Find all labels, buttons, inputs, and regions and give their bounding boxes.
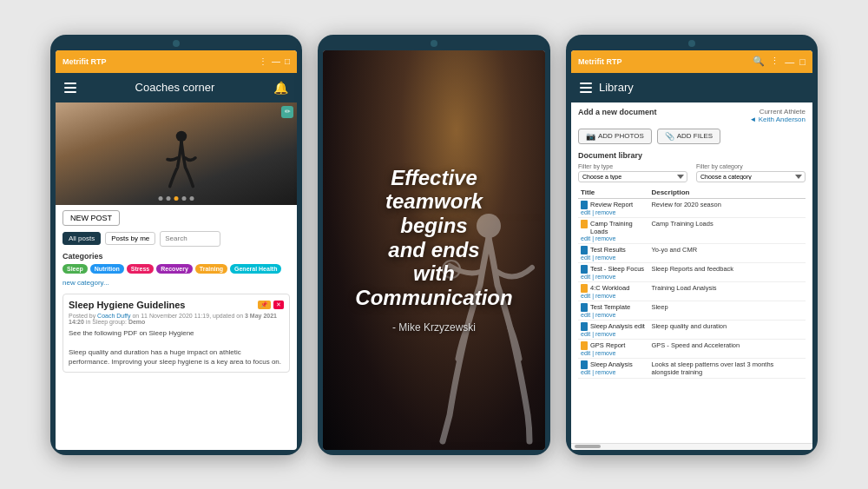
doc-actions[interactable]: edit | remove bbox=[581, 350, 646, 356]
doc-name-row: 4:C Workload bbox=[581, 284, 646, 293]
doc-actions[interactable]: edit | remove bbox=[581, 209, 646, 215]
notification-bell-icon[interactable]: 🔔 bbox=[273, 81, 288, 95]
new-category-link[interactable]: new category... bbox=[62, 279, 290, 287]
right-topbar: Metrifit RTP 🔍 ⋮ — □ bbox=[571, 50, 812, 73]
doc-name-row: Sleep Analysis edit bbox=[581, 322, 646, 331]
doc-name: GPS Report bbox=[590, 341, 625, 349]
runner-silhouette-icon bbox=[155, 129, 207, 198]
categories-label: Categories bbox=[62, 252, 290, 261]
minimize-icon[interactable]: — bbox=[272, 56, 280, 66]
right-header-left: Library bbox=[580, 81, 634, 94]
doc-actions[interactable]: edit | remove bbox=[581, 312, 646, 318]
minimize-icon[interactable]: — bbox=[785, 56, 794, 67]
cat-recovery[interactable]: Recovery bbox=[156, 264, 193, 274]
filter-type-label: Filter by type bbox=[578, 163, 687, 169]
left-topbar-icons: ⋮ — □ bbox=[259, 56, 290, 66]
scrollbar-thumb[interactable] bbox=[575, 445, 601, 448]
quote-text: Effective teamwork begins and ends with … bbox=[355, 166, 512, 310]
delete-badge[interactable]: ✕ bbox=[273, 301, 284, 309]
left-app-title: Metrifit RTP bbox=[62, 57, 107, 66]
cat-general-health[interactable]: General Health bbox=[230, 264, 281, 274]
post-meta: Posted by Coach Duffy on 11 November 202… bbox=[69, 313, 284, 325]
add-doc-section: Add a new document Current Athlete ◄ Kei… bbox=[578, 108, 806, 123]
add-doc-label: Add a new document bbox=[578, 108, 657, 116]
carousel-dot[interactable] bbox=[190, 196, 194, 201]
doc-file-icon bbox=[581, 265, 588, 274]
left-topbar: Metrifit RTP ⋮ — □ bbox=[56, 50, 297, 73]
carousel-dot[interactable] bbox=[182, 196, 187, 201]
doc-title-cell: Test - Sleep Focus edit | remove bbox=[578, 262, 648, 281]
right-app-title: Metrifit RTP bbox=[578, 57, 622, 66]
current-athlete-label: Current Athlete bbox=[750, 108, 806, 116]
doc-title-cell: Camp Training Loads edit | remove bbox=[578, 217, 648, 243]
filter-row: All posts Posts by me bbox=[62, 231, 290, 247]
doc-actions[interactable]: edit | remove bbox=[581, 274, 646, 280]
right-header-title: Library bbox=[599, 81, 634, 94]
doc-name-row: Sleep Analysis bbox=[581, 360, 646, 369]
carousel-dot[interactable] bbox=[159, 196, 163, 201]
add-photos-button[interactable]: 📷 ADD PHOTOS bbox=[578, 129, 652, 144]
doc-actions[interactable]: edit | remove bbox=[581, 331, 646, 337]
filter-type-select[interactable]: Choose a type bbox=[578, 171, 687, 182]
doc-library-label: Document library bbox=[578, 151, 806, 160]
doc-actions[interactable]: edit | remove bbox=[581, 369, 646, 375]
upload-buttons: 📷 ADD PHOTOS 📎 ADD FILES bbox=[578, 129, 806, 144]
close-icon[interactable]: □ bbox=[285, 56, 290, 66]
doc-actions[interactable]: edit | remove bbox=[581, 293, 646, 299]
posts-by-me-filter[interactable]: Posts by me bbox=[105, 232, 155, 245]
search-icon[interactable]: 🔍 bbox=[753, 56, 765, 67]
scrollbar-area bbox=[571, 443, 812, 450]
carousel-dot[interactable] bbox=[167, 196, 171, 201]
hamburger-menu[interactable] bbox=[64, 83, 76, 93]
doc-name-row: Test Template bbox=[581, 303, 646, 312]
svg-point-0 bbox=[176, 130, 187, 141]
doc-description-cell: GPS - Speed and Acceleration bbox=[648, 339, 806, 358]
doc-name: Test Template bbox=[590, 303, 630, 311]
filter-row-lib: Filter by type Choose a type Filter by c… bbox=[578, 163, 806, 182]
athlete-name-link[interactable]: ◄ Keith Anderson bbox=[750, 116, 806, 123]
doc-name-row: Camp Training Loads bbox=[581, 220, 646, 235]
doc-title-cell: Test Results edit | remove bbox=[578, 243, 648, 262]
doc-title-cell: GPS Report edit | remove bbox=[578, 339, 648, 358]
add-files-button[interactable]: 📎 ADD FILES bbox=[657, 129, 720, 144]
hero-edit-icon[interactable]: ✏ bbox=[281, 106, 293, 118]
doc-actions[interactable]: edit | remove bbox=[581, 235, 646, 241]
middle-screen: Effective teamwork begins and ends with … bbox=[323, 50, 545, 450]
doc-actions[interactable]: edit | remove bbox=[581, 254, 646, 261]
filter-category-col: Filter by category Choose a category bbox=[696, 163, 806, 182]
right-header: Library bbox=[571, 73, 812, 102]
left-header: Coaches corner 🔔 bbox=[56, 73, 297, 102]
doc-description-cell: Yo-yo and CMR bbox=[648, 243, 806, 262]
post-intro: See the following PDF on Sleep Hygiene bbox=[69, 328, 284, 338]
carousel-dot-active[interactable] bbox=[174, 196, 179, 201]
search-input[interactable] bbox=[160, 231, 220, 247]
filter-type-col: Filter by type Choose a type bbox=[578, 163, 687, 182]
table-row: GPS Report edit | remove GPS - Speed and… bbox=[578, 339, 806, 358]
doc-title-cell: Review Report edit | remove bbox=[578, 198, 648, 217]
doc-file-icon bbox=[581, 201, 588, 209]
more-options-icon[interactable]: ⋮ bbox=[770, 56, 779, 67]
more-options-icon[interactable]: ⋮ bbox=[259, 56, 267, 66]
cat-stress[interactable]: Stress bbox=[127, 264, 154, 274]
category-tags: Sleep Nutrition Stress Recovery Training… bbox=[62, 264, 290, 274]
cat-training[interactable]: Training bbox=[195, 264, 227, 274]
doc-file-icon bbox=[581, 303, 588, 312]
cat-nutrition[interactable]: Nutrition bbox=[90, 264, 124, 274]
doc-description-cell: Sleep bbox=[648, 301, 806, 320]
close-icon[interactable]: □ bbox=[799, 56, 806, 67]
doc-name: Sleep Analysis bbox=[590, 360, 633, 368]
filter-category-select[interactable]: Choose a category bbox=[696, 171, 806, 182]
author-link[interactable]: Coach Duffy bbox=[97, 313, 130, 319]
doc-name: Camp Training Loads bbox=[590, 220, 646, 235]
left-tablet: Metrifit RTP ⋮ — □ Coaches corner 🔔 bbox=[50, 35, 302, 455]
doc-title-cell: Test Template edit | remove bbox=[578, 301, 648, 320]
doc-description-cell: Training Load Analysis bbox=[648, 281, 806, 301]
new-post-button[interactable]: NEW POST bbox=[62, 210, 120, 226]
current-athlete: Current Athlete ◄ Keith Anderson bbox=[750, 108, 806, 123]
right-hamburger-menu[interactable] bbox=[580, 83, 592, 93]
add-files-label: ADD FILES bbox=[677, 132, 713, 140]
cat-sleep[interactable]: Sleep bbox=[62, 264, 88, 274]
left-content: NEW POST All posts Posts by me Categorie… bbox=[56, 205, 297, 450]
all-posts-filter[interactable]: All posts bbox=[62, 232, 101, 245]
camera-icon: 📷 bbox=[586, 132, 595, 141]
